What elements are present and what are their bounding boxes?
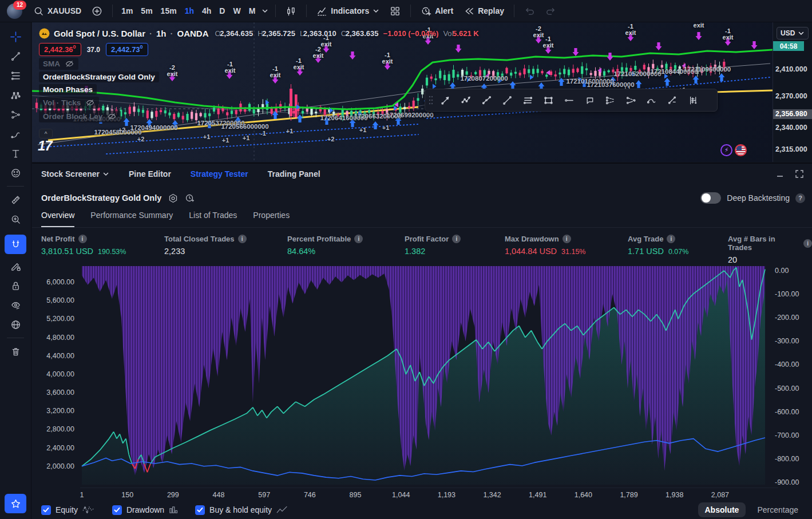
- timeframe-1m[interactable]: 1m: [117, 3, 137, 18]
- legend-item-4[interactable]: Order Block Ley: [39, 110, 121, 122]
- text-tool[interactable]: [5, 144, 26, 163]
- timeframe-M[interactable]: M: [245, 3, 260, 18]
- undo-button[interactable]: [519, 2, 540, 19]
- compare-add-symbol-button[interactable]: [86, 2, 108, 19]
- indicators-button[interactable]: Indicators: [311, 2, 385, 19]
- rectangle-tool[interactable]: [538, 92, 558, 109]
- trend-polyline-tool[interactable]: [456, 92, 476, 109]
- symbol-search-button[interactable]: XAUUSD: [28, 2, 86, 19]
- trend-arrow-tool[interactable]: [435, 92, 455, 109]
- trend-line-tool-2[interactable]: [497, 92, 517, 109]
- drag-handle[interactable]: [427, 92, 434, 109]
- maximize-panel-button[interactable]: [793, 167, 806, 181]
- timeframe-15m[interactable]: 15m: [157, 3, 181, 18]
- eye-off-icon[interactable]: [85, 98, 95, 108]
- polyline-segment-tool[interactable]: [662, 92, 682, 109]
- info-icon[interactable]: i: [78, 235, 87, 243]
- emoji-tool[interactable]: [5, 163, 26, 183]
- parallel-channel-tool[interactable]: [518, 92, 537, 109]
- lock-all-drawings-button[interactable]: [5, 276, 26, 295]
- eye-off-icon[interactable]: [65, 59, 74, 69]
- horizontal-ray-tool[interactable]: [559, 92, 579, 109]
- curve-tool[interactable]: [641, 92, 661, 109]
- favorites-button[interactable]: [5, 494, 26, 513]
- minimize-panel-button[interactable]: [773, 167, 787, 181]
- subtab-overview[interactable]: Overview: [41, 211, 74, 227]
- strategy-settings-button[interactable]: [168, 193, 178, 203]
- help-icon[interactable]: ?: [795, 193, 805, 203]
- panel-tab-pine-editor[interactable]: Pine Editor: [129, 169, 171, 179]
- legend-item-0[interactable]: SMA: [39, 58, 78, 70]
- drawdown-axis-tick: -400.00: [775, 360, 799, 369]
- object-tree-button[interactable]: [5, 315, 26, 334]
- indicator-templates-button[interactable]: [385, 2, 406, 19]
- panel-tab-strategy-tester[interactable]: Strategy Tester: [191, 169, 248, 179]
- info-icon[interactable]: i: [238, 235, 247, 243]
- alert-button[interactable]: Alert: [415, 2, 458, 19]
- remove-drawings-button[interactable]: [5, 342, 26, 361]
- timeframe-D[interactable]: D: [215, 3, 229, 18]
- checkbox-checked[interactable]: [41, 505, 51, 515]
- user-menu[interactable]: 12: [7, 3, 22, 19]
- panel-tab-trading-panel[interactable]: Trading Panel: [268, 169, 320, 179]
- currency-selector[interactable]: USD: [777, 27, 809, 39]
- timeframe-5m[interactable]: 5m: [137, 3, 156, 18]
- mode-button-percentage[interactable]: Percentage: [750, 502, 805, 517]
- equity-chart[interactable]: [80, 266, 767, 485]
- price-scale[interactable]: USD 04:58 2,410.0002,370.0002,340.0002,3…: [773, 22, 812, 162]
- floating-drawing-toolbar[interactable]: [425, 89, 718, 112]
- replay-button[interactable]: Replay: [458, 2, 509, 19]
- hide-all-drawings-button[interactable]: [5, 295, 26, 315]
- legend-item-2[interactable]: Moon Phases: [39, 84, 97, 95]
- schiff-pitchfork-tool[interactable]: [621, 92, 640, 109]
- timeframe-menu-button[interactable]: [259, 2, 271, 19]
- chart-style-button[interactable]: [280, 2, 302, 19]
- subtab-properties[interactable]: Properties: [253, 211, 290, 227]
- mode-button-absolute[interactable]: Absolute: [698, 502, 746, 517]
- symbol-legend[interactable]: Gold Spot / U.S. Dollar · 1h · OANDA O 2…: [39, 28, 479, 39]
- info-icon[interactable]: i: [563, 235, 571, 243]
- info-icon[interactable]: i: [667, 235, 675, 243]
- subtab-performance-summary[interactable]: Performance Summary: [90, 211, 173, 227]
- projection-tool[interactable]: [5, 105, 26, 124]
- fib-retracement-tool[interactable]: [5, 66, 26, 85]
- price-chart-pane[interactable]: -2exit-1exit-1exit-1exit-2exit-1exit-1ex…: [32, 22, 773, 162]
- crosshair-tool[interactable]: [5, 27, 26, 46]
- redo-button[interactable]: [540, 2, 561, 19]
- zoom-in-tool[interactable]: [5, 209, 26, 229]
- event-lightning-icon[interactable]: ⚡: [720, 144, 732, 156]
- measure-tool[interactable]: [5, 190, 26, 209]
- checkbox-checked[interactable]: [195, 505, 205, 515]
- scale-collapse-button[interactable]: ^: [39, 129, 53, 138]
- trend-line-tool[interactable]: [5, 46, 26, 66]
- info-icon[interactable]: i: [354, 235, 363, 243]
- brush-tool[interactable]: [5, 124, 26, 144]
- panel-tab-stock-screener[interactable]: Stock Screener: [41, 169, 109, 179]
- series-toggle-equity[interactable]: Equity: [41, 505, 95, 515]
- disjoint-channel-tool[interactable]: [477, 92, 496, 109]
- deep-backtesting-toggle[interactable]: [700, 192, 721, 204]
- magnet-mode-button[interactable]: [5, 235, 26, 254]
- timeframe-4h[interactable]: 4h: [198, 3, 215, 18]
- legend-item-3[interactable]: Vol · Ticks: [39, 97, 99, 109]
- info-icon[interactable]: i: [452, 235, 461, 243]
- drawing-mode-lock-button[interactable]: [5, 256, 26, 276]
- timeframe-W[interactable]: W: [229, 3, 244, 18]
- volume-profile-tool[interactable]: [683, 92, 702, 109]
- subtab-list-of-trades[interactable]: List of Trades: [189, 211, 237, 227]
- series-toggle-buy-hold-equity[interactable]: Buy & hold equity: [195, 505, 289, 515]
- checkbox-checked[interactable]: [112, 505, 122, 515]
- xabcd-pattern-tool[interactable]: [5, 85, 26, 105]
- sell-button[interactable]: 2,442.360: [39, 43, 81, 56]
- callout-tool[interactable]: [580, 92, 599, 109]
- series-toggle-drawdown[interactable]: Drawdown: [112, 505, 178, 515]
- eye-off-icon[interactable]: [107, 112, 117, 121]
- timeframe-1h[interactable]: 1h: [181, 3, 198, 18]
- strategy-alert-button[interactable]: [185, 193, 195, 203]
- pitchfork-tool[interactable]: [600, 92, 620, 109]
- event-us-flag-icon[interactable]: [735, 144, 747, 156]
- buy-button[interactable]: 2,442.730: [106, 43, 148, 56]
- info-icon[interactable]: i: [803, 239, 812, 248]
- tradingview-logo[interactable]: 17: [38, 138, 52, 154]
- legend-item-1[interactable]: OrderBlockStrategy Gold Only: [39, 72, 159, 82]
